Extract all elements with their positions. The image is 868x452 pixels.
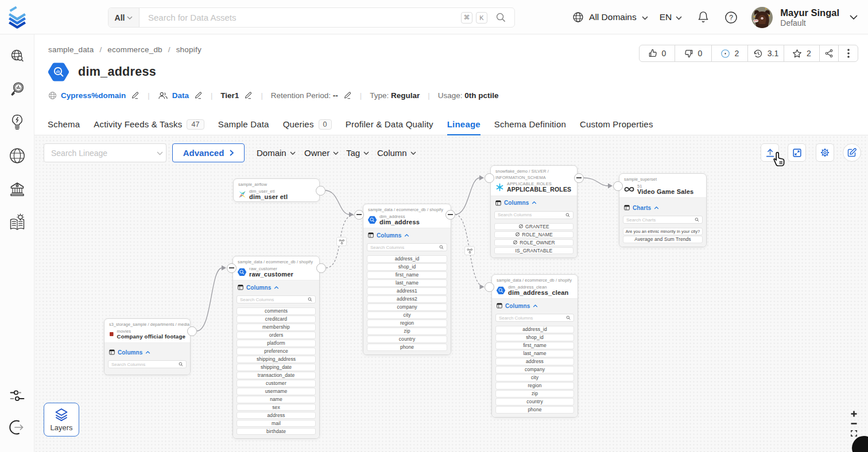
svg-text:?: ?	[729, 13, 733, 21]
